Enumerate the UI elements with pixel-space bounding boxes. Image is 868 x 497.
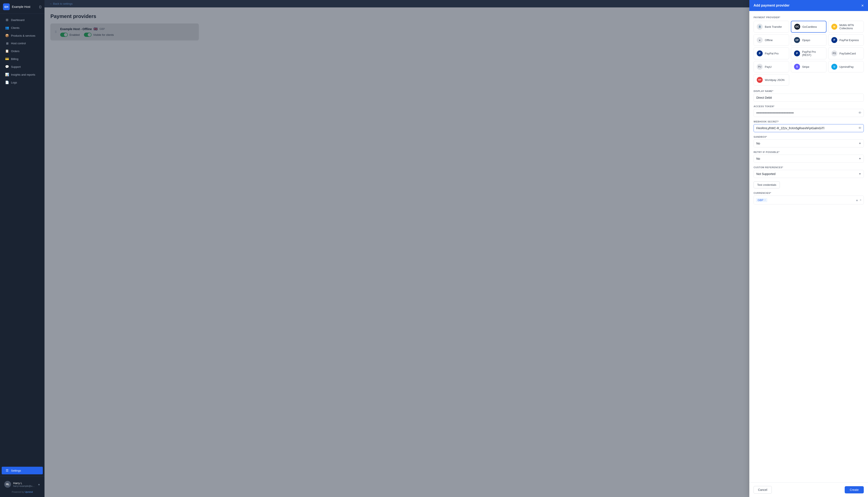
- provider-option-momo[interactable]: M MoMo MTN Collections: [828, 21, 864, 33]
- custom-ref-label: CUSTOM REFERENCES*: [754, 166, 864, 169]
- momo-logo: M: [831, 24, 837, 30]
- logo-badge: EH: [3, 3, 10, 10]
- paypal-pro-rest-logo: P: [794, 51, 800, 56]
- toggle-visibility-icon[interactable]: 👁: [858, 111, 862, 115]
- provider-option-paypal-pro[interactable]: P PayPal Pro: [754, 47, 789, 59]
- custom-ref-select-wrapper: Not Supported Supported ▼: [754, 170, 864, 178]
- display-name-input[interactable]: [754, 94, 864, 102]
- chevron-up-icon: ▲: [38, 483, 40, 486]
- sidebar-item-host-control[interactable]: 🖥 Host control: [2, 40, 43, 47]
- sidebar-item-insights[interactable]: 📊 Insights and reports: [2, 71, 43, 79]
- sidebar-item-clients[interactable]: 👥 Clients: [2, 24, 43, 31]
- provider-option-paypal-pro-rest[interactable]: P PayPal Pro (REST): [791, 47, 826, 59]
- upmind-link[interactable]: Upmind: [25, 491, 33, 493]
- access-token-group: ACCESS TOKEN* 👁: [754, 105, 864, 117]
- provider-label: GoCardless: [802, 25, 817, 28]
- retry-select[interactable]: No Yes: [754, 155, 864, 163]
- sidebar-item-label: Host control: [11, 42, 26, 45]
- dashboard-icon: ⊞: [5, 18, 9, 22]
- offline-logo: ●: [757, 37, 763, 43]
- provider-label: PayPal Pro (REST): [802, 50, 823, 57]
- main-content: ← Back to settings Payment providers ⠿ E…: [44, 0, 868, 497]
- test-credentials-button[interactable]: Test credentials: [754, 181, 780, 188]
- sidebar-item-products[interactable]: 📦 Products & services: [2, 32, 43, 39]
- logs-icon: 📄: [5, 81, 9, 84]
- sandbox-select[interactable]: No Yes: [754, 139, 864, 147]
- sidebar-item-logs[interactable]: 📄 Logs: [2, 79, 43, 86]
- tags-close-button[interactable]: ×: [860, 198, 862, 202]
- provider-option-bank-transfer[interactable]: 🏦 Bank Transfer: [754, 21, 789, 33]
- provider-option-upmindpay[interactable]: U UpmindPay: [828, 61, 864, 72]
- tags-expand-button[interactable]: ▲: [855, 198, 858, 202]
- provider-option-offline[interactable]: ● Offline: [754, 34, 789, 46]
- provider-option-opayo[interactable]: OP Opayo: [791, 34, 826, 46]
- sidebar-header: EH Example Host ⟨⟩: [0, 0, 44, 14]
- currencies-tags-input[interactable]: GBP × ▲ ×: [754, 196, 864, 204]
- sidebar-item-label: Orders: [11, 49, 19, 53]
- products-icon: 📦: [5, 34, 9, 38]
- user-name: Harry L: [13, 482, 36, 485]
- modal-body: PAYMENT PROVIDER* 🏦 Bank Transfer GC GoC…: [749, 11, 868, 482]
- gocardless-logo: GC: [794, 24, 800, 30]
- provider-option-gocardless[interactable]: GC GoCardless: [791, 21, 826, 33]
- sandbox-group: SANDBOX* No Yes ▼: [754, 136, 864, 147]
- toggle-webhook-visibility-icon[interactable]: 👁: [858, 126, 862, 130]
- collapse-sidebar-button[interactable]: ⟨⟩: [39, 5, 42, 9]
- modal-overlay: [44, 0, 868, 497]
- logo-text: Example Host: [12, 5, 30, 9]
- sidebar-item-label: Settings: [11, 469, 21, 472]
- user-info[interactable]: HL Harry L harry+example@upmind... ▲: [2, 479, 42, 489]
- webhook-secret-group: WEBHOOK SECRET* 👁: [754, 120, 864, 132]
- tags-actions: ▲ ×: [855, 198, 862, 202]
- webhook-secret-input[interactable]: [754, 124, 864, 132]
- cancel-button[interactable]: Cancel: [754, 486, 772, 494]
- webhook-secret-wrapper: 👁: [754, 124, 864, 132]
- sidebar-item-settings[interactable]: ☰ Settings: [2, 467, 43, 474]
- currencies-group: CURRENCIES* GBP × ▲ ×: [754, 192, 864, 204]
- provider-option-paypal-express[interactable]: P PayPal Express: [828, 34, 864, 46]
- provider-label: UpmindPay: [839, 65, 854, 68]
- access-token-input[interactable]: [754, 109, 864, 117]
- provider-option-payu[interactable]: PU PayU: [754, 61, 789, 72]
- sidebar-logo: EH Example Host: [3, 3, 30, 10]
- provider-label: Stripe: [802, 65, 809, 68]
- currencies-label: CURRENCIES*: [754, 192, 864, 194]
- provider-label: PaySafeCard: [839, 52, 856, 55]
- payment-provider-label: PAYMENT PROVIDER*: [754, 16, 864, 19]
- modal-header: Add payment provider ×: [749, 0, 868, 11]
- retry-label: RETRY IF POSSIBLE*: [754, 151, 864, 153]
- close-modal-button[interactable]: ×: [861, 3, 864, 8]
- stripe-logo: S: [794, 64, 800, 70]
- provider-label: PayU: [765, 65, 772, 68]
- paysafecard-logo: PS: [831, 51, 837, 56]
- provider-label: Worldpay JSON: [765, 79, 784, 82]
- sandbox-label: SANDBOX*: [754, 136, 864, 138]
- bank-transfer-logo: 🏦: [757, 24, 763, 30]
- provider-label: MoMo MTN Collections: [839, 24, 860, 30]
- payment-provider-grid: 🏦 Bank Transfer GC GoCardless M MoMo MTN…: [754, 21, 864, 86]
- retry-select-wrapper: No Yes ▼: [754, 155, 864, 163]
- custom-ref-select[interactable]: Not Supported Supported: [754, 170, 864, 178]
- modal-title: Add payment provider: [754, 4, 789, 8]
- provider-label: PayPal Pro: [765, 52, 779, 55]
- sidebar-item-dashboard[interactable]: ⊞ Dashboard: [2, 16, 43, 24]
- sidebar-item-orders[interactable]: 📋 Orders: [2, 47, 43, 55]
- provider-option-paysafecard[interactable]: PS PaySafeCard: [828, 47, 864, 59]
- display-name-label: DISPLAY NAME*: [754, 90, 864, 93]
- powered-by: Powered by Upmind: [2, 489, 42, 495]
- worldpay-logo: WP: [757, 77, 763, 83]
- provider-option-worldpay[interactable]: WP Worldpay JSON: [754, 74, 789, 86]
- provider-option-stripe[interactable]: S Stripe: [791, 61, 826, 72]
- remove-currency-tag-button[interactable]: ×: [764, 199, 766, 201]
- create-button[interactable]: Create: [845, 486, 864, 493]
- custom-ref-group: CUSTOM REFERENCES* Not Supported Support…: [754, 166, 864, 178]
- sandbox-select-wrapper: No Yes ▼: [754, 139, 864, 147]
- sidebar-item-billing[interactable]: 💳 Billing: [2, 55, 43, 63]
- support-icon: 💬: [5, 65, 9, 69]
- sidebar-item-label: Insights and reports: [11, 73, 35, 76]
- modal-footer: Cancel Create: [749, 482, 868, 497]
- insights-icon: 📊: [5, 73, 9, 76]
- orders-icon: 📋: [5, 49, 9, 53]
- provider-label: Bank Transfer: [765, 25, 782, 28]
- sidebar-item-support[interactable]: 💬 Support: [2, 63, 43, 71]
